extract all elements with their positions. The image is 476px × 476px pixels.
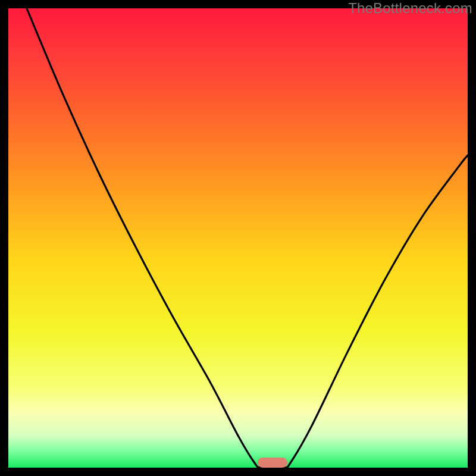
chart-frame: TheBottleneck.com — [0, 0, 476, 476]
gradient-background — [8, 8, 468, 468]
plot-area — [8, 8, 468, 468]
optimal-marker — [258, 458, 287, 468]
chart-svg — [8, 8, 468, 468]
attribution-text: TheBottleneck.com — [348, 0, 472, 17]
